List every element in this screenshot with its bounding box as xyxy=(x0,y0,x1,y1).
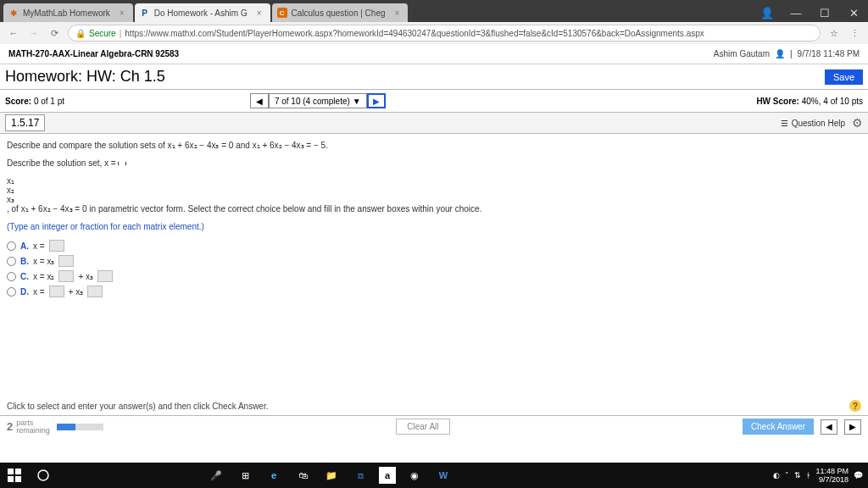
svg-rect-2 xyxy=(8,476,14,482)
dropbox-icon[interactable]: ⧈ xyxy=(346,463,375,488)
next-part-button[interactable]: ▶ xyxy=(844,419,861,435)
answer-blank[interactable] xyxy=(58,270,74,282)
question-number: 1.5.17 xyxy=(5,114,45,131)
radio-a[interactable] xyxy=(7,241,16,251)
tab-label-2: Calculus question | Cheg xyxy=(292,8,386,18)
clock[interactable]: 11:48 PM 9/7/2018 xyxy=(815,467,849,484)
tab-label-1: Do Homework - Ashim G xyxy=(154,8,248,18)
edge-icon[interactable]: e xyxy=(259,463,288,488)
maximize-icon[interactable]: ☐ xyxy=(810,3,839,22)
network-icon[interactable]: ⇅ xyxy=(794,471,801,480)
answer-blank[interactable] xyxy=(49,240,64,252)
user-icon[interactable]: 👤 xyxy=(753,3,782,22)
type-hint: (Type an integer or fraction for each ma… xyxy=(7,222,861,231)
option-a[interactable]: A. x = xyxy=(7,240,861,252)
option-c[interactable]: C. x = x₂ + x₃ xyxy=(7,270,861,282)
tab-2[interactable]: C Calculus question | Cheg × xyxy=(272,3,409,22)
favicon-0: ✱ xyxy=(8,8,19,18)
answer-blank[interactable] xyxy=(97,270,113,282)
score-value: 0 of 1 pt xyxy=(34,97,64,106)
window-controls: 👤 — ☐ ✕ xyxy=(753,3,868,22)
radio-b[interactable] xyxy=(7,257,16,266)
hw-score-value: 40%, 4 of 10 pts xyxy=(802,97,863,106)
option-d[interactable]: D. x = + x₃ xyxy=(7,286,861,297)
instruction-row: Click to select and enter your answer(s)… xyxy=(0,396,868,415)
close-icon[interactable]: × xyxy=(120,8,125,18)
score-label: Score: xyxy=(5,97,31,106)
tab-0[interactable]: ✱ MyMathLab Homework × xyxy=(3,3,133,22)
system-tray: ◐ ˄ ⇅ ᚼ 11:48 PM 9/7/2018 💬 xyxy=(773,467,868,484)
prev-question-button[interactable]: ◀ xyxy=(250,93,269,108)
task-view-icon[interactable]: ⊞ xyxy=(231,463,259,488)
instruction-text: Click to select and enter your answer(s)… xyxy=(7,402,268,411)
favicon-2: C xyxy=(277,8,287,18)
radio-c[interactable] xyxy=(7,272,16,281)
answer-blank[interactable] xyxy=(58,255,74,267)
start-button[interactable] xyxy=(0,463,29,488)
explorer-icon[interactable]: 📁 xyxy=(317,463,346,488)
page-title: Homework: HW: Ch 1.5 xyxy=(5,68,165,86)
answer-blank[interactable] xyxy=(49,286,64,297)
svg-rect-0 xyxy=(8,469,14,474)
close-icon[interactable]: × xyxy=(257,8,262,18)
cortana-icon[interactable] xyxy=(29,463,58,488)
gear-icon[interactable]: ⚙ xyxy=(852,116,863,130)
student-name: Ashim Gautam xyxy=(714,49,770,58)
notifications-icon[interactable]: 💬 xyxy=(854,471,863,480)
chrome-icon[interactable]: ◉ xyxy=(400,463,429,488)
word-icon[interactable]: W xyxy=(429,463,458,488)
option-b[interactable]: B. x = x₃ xyxy=(7,255,861,267)
course-band: MATH-270-AAX-Linear Algebra-CRN 92583 As… xyxy=(0,44,868,64)
favicon-1: P xyxy=(140,8,150,18)
progress-bar xyxy=(57,424,103,430)
lock-icon: 🔒 xyxy=(75,29,86,38)
question-help-button[interactable]: ☰ Question Help xyxy=(781,119,845,128)
question-position[interactable]: 7 of 10 (4 complete) ▼ xyxy=(269,93,367,108)
mic-icon[interactable]: 🎤 xyxy=(202,463,231,488)
parts-remaining: 2 partsremaining xyxy=(7,419,50,435)
prompt-a: Describe and compare the solution sets o… xyxy=(7,141,861,150)
prompt-b: Describe the solution set, x = xyxy=(7,158,861,168)
taskbar: 🎤 ⊞ e 🛍 📁 ⧈ a ◉ W ◐ ˄ ⇅ ᚼ 11:48 PM 9/7/2… xyxy=(0,463,868,488)
user-icon: 👤 xyxy=(775,49,785,58)
clear-all-button[interactable]: Clear All xyxy=(396,419,449,435)
star-icon[interactable]: ☆ xyxy=(827,28,841,39)
forward-icon[interactable]: → xyxy=(27,28,41,38)
prev-part-button[interactable]: ◀ xyxy=(821,419,837,435)
help-icon[interactable]: ? xyxy=(849,400,861,412)
bluetooth-icon[interactable]: ᚼ xyxy=(806,471,810,480)
svg-rect-3 xyxy=(15,476,21,482)
column-vector xyxy=(118,162,126,165)
minimize-icon[interactable]: — xyxy=(782,3,810,22)
back-icon[interactable]: ← xyxy=(7,28,20,38)
address-bar: ← → ⟳ 🔒 Secure | https://www.mathxl.com/… xyxy=(0,22,868,44)
next-question-button[interactable]: ▶ xyxy=(367,93,386,108)
check-answer-button[interactable]: Check Answer xyxy=(743,419,814,435)
url-field[interactable]: 🔒 Secure | https://www.mathxl.com/Studen… xyxy=(68,25,821,42)
chevron-down-icon: ▼ xyxy=(353,97,361,106)
question-number-bar: 1.5.17 ☰ Question Help ⚙ xyxy=(0,113,868,134)
tabstrip: ✱ MyMathLab Homework × P Do Homework - A… xyxy=(0,0,868,22)
svg-point-4 xyxy=(38,470,48,480)
tab-1[interactable]: P Do Homework - Ashim G × xyxy=(135,3,270,22)
hw-title-row: Homework: HW: Ch 1.5 Save xyxy=(0,64,868,90)
question-body: Describe and compare the solution sets o… xyxy=(0,134,868,308)
course-datetime: 9/7/18 11:48 PM xyxy=(798,49,860,58)
svg-rect-1 xyxy=(15,469,21,474)
answer-blank[interactable] xyxy=(87,286,103,297)
save-button[interactable]: Save xyxy=(825,69,863,85)
close-icon[interactable]: × xyxy=(395,8,400,18)
course-name: MATH-270-AAX-Linear Algebra-CRN 92583 xyxy=(8,49,179,58)
radio-d[interactable] xyxy=(7,287,16,297)
list-icon: ☰ xyxy=(781,119,788,128)
question-nav: ◀ 7 of 10 (4 complete) ▼ ▶ xyxy=(250,93,386,108)
store-icon[interactable]: 🛍 xyxy=(288,463,317,488)
footer-bar: 2 partsremaining Clear All Check Answer … xyxy=(0,415,868,437)
tray-icon[interactable]: ◐ xyxy=(773,471,780,480)
close-icon[interactable]: ✕ xyxy=(839,3,868,22)
url-text: https://www.mathxl.com/Student/PlayerHom… xyxy=(125,29,704,38)
chevron-up-icon[interactable]: ˄ xyxy=(785,471,789,480)
reload-icon[interactable]: ⟳ xyxy=(47,28,61,39)
amazon-icon[interactable]: a xyxy=(379,467,396,484)
menu-icon[interactable]: ⋮ xyxy=(848,28,861,39)
